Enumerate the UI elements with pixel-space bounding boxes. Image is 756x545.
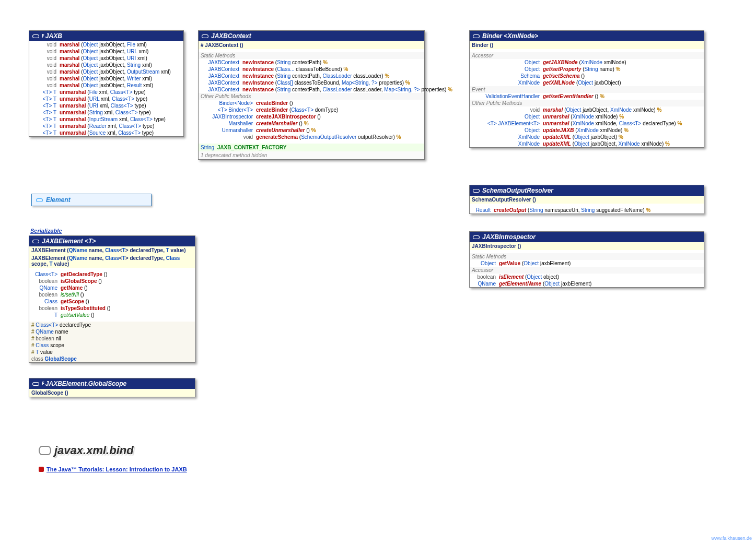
section-accessor: Accessor [470,267,704,274]
method-row: XmlNodeupdateXML (Object jaxbObject) % [470,134,704,140]
field-row: # Class<T> declaredType [29,322,195,328]
link-serializable[interactable]: Serializable [30,228,62,234]
constant-row: String JAXB_CONTEXT_FACTORY [199,144,424,151]
class-icon [202,33,208,39]
method-row: <T> JAXBElement<T>unmarshal (XmlNode xml… [470,120,704,127]
method-row: Binder<Node>createBinder () [199,100,424,106]
ctx-other-methods: Binder<Node>createBinder ()<T> Binder<T>… [199,100,424,140]
method-row: <T> Tunmarshal (Reader xml, Class<T> typ… [31,123,181,129]
method-row: <T> Tunmarshal (InputStream xml, Class<T… [31,116,181,123]
class-title-jaxbelement: JAXBElement <T> [29,236,195,246]
method-row: voidmarshal (Object jaxbObject, OutputSt… [31,68,181,75]
class-icon [32,239,39,244]
class-icon [473,33,480,39]
field-row: # QName name [29,328,195,335]
package-label: javax.xml.bind [39,444,134,457]
class-icon [32,381,39,386]
binder-events: ValidationEventHandlerget/setEventHandle… [470,93,704,100]
method-row: ObjectupdateJAXB (XmlNode xmlNode) % [470,127,704,134]
method-row: booleanisGlobalScope () [29,278,195,285]
method-row: JAXBIntrospectorcreateJAXBIntrospector (… [199,113,424,120]
sor-methods: ResultcreateOutput (String namespaceUri,… [470,207,704,214]
method-row: ObjectgetJAXBNode (XmlNode xmlNode) [470,59,704,66]
method-row: Schemaget/setSchema () [470,73,704,79]
method-row: voidmarshal (Object jaxbObject, XmlNode … [470,106,704,113]
method-row: voidmarshal (Object jaxbObject, File xml… [31,41,181,48]
class-icon [473,234,480,240]
method-row: <T> Tunmarshal (URI xml, Class<T> type) [31,102,181,109]
class-icon [32,33,39,39]
class-title-jaxb: F JAXB [29,31,183,41]
method-row: JAXBContextnewInstance (String contextPa… [199,59,424,66]
intro-accessors: booleanisElement (Object object)QNameget… [470,274,704,287]
method-row: <T> Binder<T>createBinder (Class<T> domT… [199,106,424,113]
method-row: ResultcreateOutput (String namespaceUri,… [470,207,704,214]
constructor: Binder () [470,41,704,49]
method-row: voidmarshal (Object jaxbObject, Writer x… [31,75,181,82]
section-static: Static Methods [199,52,424,59]
class-jaxb: F JAXB voidmarshal (Object jaxbObject, F… [29,30,184,137]
method-row: UnmarshallercreateUnmarshaller () % [199,127,424,134]
jaxbelement-constructors: JAXBElement (QName name, Class<T> declar… [29,246,195,268]
method-row: JAXBContextnewInstance (Class[] classesT… [199,79,424,86]
method-row: booleanisTypeSubstituted () [29,305,195,312]
method-row: <T> Tunmarshal (File xml, Class<T> type) [31,89,181,96]
section-other: Other Public Methods [199,93,424,100]
method-row: ValidationEventHandlerget/setEventHandle… [470,93,704,100]
class-title-globalscope: F JAXBElement.GlobalScope [29,378,195,389]
constructor: JAXBIntrospector () [470,242,704,250]
site-credit: www.falkhausen.de [711,536,752,541]
constructor: JAXBElement (QName name, Class<T> declar… [29,254,195,268]
ctx-static-methods: JAXBContextnewInstance (String contextPa… [199,59,424,93]
canvas: F JAXB voidmarshal (Object jaxbObject, F… [0,0,756,545]
section-other: Other Public Methods [470,100,704,106]
class-schemaoutputresolver: SchemaOutputResolver SchemaOutputResolve… [469,185,704,214]
class-title-sor: SchemaOutputResolver [470,185,704,196]
section-event: Event [470,86,704,93]
method-row: <T> Tunmarshal (Source xml, Class<T> typ… [31,129,181,136]
constructor: # JAXBContext () [199,41,424,49]
class-jaxbintrospector: JAXBIntrospector JAXBIntrospector () Sta… [469,231,704,288]
constructor: JAXBElement (QName name, Class<T> declar… [29,246,195,254]
method-row: JAXBContextnewInstance (String contextPa… [199,73,424,79]
class-jaxbcontext: JAXBContext # JAXBContext () Static Meth… [198,30,425,160]
method-row: <T> Tunmarshal (URL xml, Class<T> type) [31,96,181,102]
class-globalscope: F JAXBElement.GlobalScope GlobalScope () [29,378,195,397]
method-row: booleanis/setNil () [29,291,195,298]
method-row: ObjectgetValue (Object jaxbElement) [470,260,704,267]
method-row: JAXBContextnewInstance (String contextPa… [199,86,424,93]
method-row: XmlNodeupdateXML (Object jaxbObject, Xml… [470,140,704,147]
method-row: booleanisElement (Object object) [470,274,704,280]
field-row: # Class scope [29,342,195,349]
intro-static: ObjectgetValue (Object jaxbElement) [470,260,704,267]
method-row: voidgenerateSchema (SchemaOutputResolver… [199,134,424,140]
jaxbelement-methods: Class<T>getDeclaredType ()booleanisGloba… [29,271,195,318]
field-row: # T value [29,349,195,356]
method-row: Objectunmarshal (XmlNode xmlNode) % [470,113,704,120]
oracle-icon [39,467,44,472]
method-row: Objectget/setProperty (String name) % [470,66,704,73]
class-title-binder: Binder <XmlNode> [470,31,704,41]
deprecated-note: 1 deprecated method hidden [199,151,424,159]
constructor: GlobalScope () [29,389,195,397]
tutorial-link[interactable]: The Java™ Tutorials: Lesson: Introductio… [39,466,187,472]
binder-accessors: ObjectgetJAXBNode (XmlNode xmlNode)Objec… [470,59,704,86]
method-row: voidmarshal (Object jaxbObject, URL xml) [31,48,181,55]
method-row: voidmarshal (Object jaxbObject, Result x… [31,82,181,89]
interface-icon [36,197,43,203]
jaxb-methods: voidmarshal (Object jaxbObject, File xml… [29,41,183,136]
method-row: QNamegetElementName (Object jaxbElement) [470,280,704,287]
method-row: Tget/setValue () [29,312,195,318]
constructor: SchemaOutputResolver () [470,196,704,204]
section-static: Static Methods [470,253,704,260]
binder-others: voidmarshal (Object jaxbObject, XmlNode … [470,106,704,147]
class-icon [473,188,480,193]
jaxbelement-fields: # Class<T> declaredType# QName name# boo… [29,322,195,362]
class-title-intro: JAXBIntrospector [470,232,704,242]
method-row: Class<T>getDeclaredType () [29,271,195,278]
method-row: XmlNodegetXMLNode (Object jaxbObject) [470,79,704,86]
field-row: # boolean nil [29,335,195,342]
interface-element[interactable]: Element [31,194,152,206]
class-jaxbelement: JAXBElement <T> JAXBElement (QName name,… [29,235,195,363]
method-row: <T> Tunmarshal (String xml, Class<T> typ… [31,109,181,116]
